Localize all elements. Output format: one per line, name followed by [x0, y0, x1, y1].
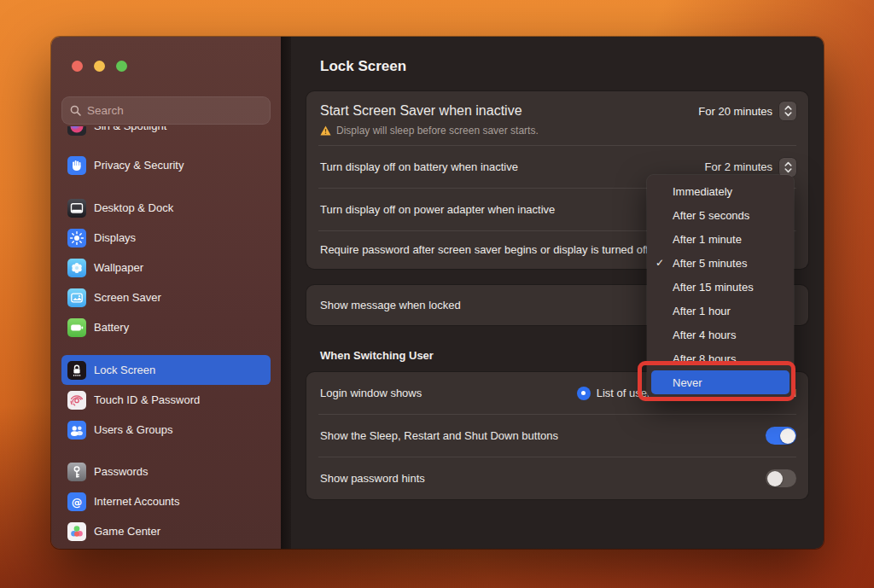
screen-saver-popup[interactable]: For 20 minutes [698, 102, 796, 120]
password-hints-label: Show password hints [320, 472, 425, 485]
screen-saver-icon [67, 288, 86, 307]
sidebar-item-label: Passwords [94, 465, 149, 478]
users-groups-icon [67, 421, 86, 440]
sidebar-item-internet-accounts[interactable]: @ Internet Accounts [61, 486, 271, 516]
menu-item-after-8-hours[interactable]: After 8 hours [647, 346, 794, 370]
passwords-icon [67, 463, 86, 481]
privacy-security-icon [67, 156, 86, 175]
search-icon [70, 105, 81, 116]
sidebar-item-users-groups[interactable]: Users & Groups [61, 415, 271, 445]
menu-item-after-1-minute[interactable]: After 1 minute [647, 227, 794, 251]
sidebar-item-label: Battery [94, 321, 129, 334]
screen-saver-value: For 20 minutes [698, 105, 772, 118]
menu-item-immediately[interactable]: Immediately [647, 179, 794, 203]
svg-text:@: @ [72, 495, 83, 508]
display-off-battery-popup[interactable]: For 2 minutes [705, 158, 796, 177]
password-hints-toggle[interactable] [766, 469, 796, 487]
sidebar-item-siri-clipped: Siri & Spotlight [61, 126, 271, 141]
menu-item-after-15-minutes[interactable]: After 15 minutes [647, 275, 794, 299]
desktop-dock-icon [67, 199, 86, 218]
close-button[interactable] [72, 61, 83, 72]
internet-accounts-icon: @ [67, 492, 86, 511]
sidebar-item-label: Screen Saver [94, 291, 161, 304]
search-input[interactable] [87, 104, 262, 117]
sidebar-item-passwords[interactable]: Passwords [61, 457, 271, 486]
login-window-label: Login window shows [320, 387, 422, 399]
displays-icon [67, 229, 86, 247]
sidebar-content-divider [281, 37, 291, 549]
sleep-buttons-toggle[interactable] [766, 427, 796, 445]
sidebar-item-wallpaper[interactable]: Wallpaper [61, 253, 271, 282]
sidebar-item-label: Game Center [94, 525, 160, 538]
traffic-lights [72, 61, 281, 72]
siri-spotlight-icon [67, 126, 86, 136]
radio-list-of-users[interactable]: List of users [577, 387, 656, 400]
radio-selected-icon[interactable] [577, 387, 591, 400]
sidebar-item-label: Siri & Spotlight [94, 126, 166, 132]
sidebar-item-label: Privacy & Security [94, 159, 184, 172]
sleep-buttons-row: Show the Sleep, Restart and Shut Down bu… [306, 415, 808, 457]
sidebar-item-label: Users & Groups [94, 423, 172, 436]
minimize-button[interactable] [94, 61, 105, 72]
menu-item-after-4-hours[interactable]: After 4 hours [647, 323, 794, 346]
wallpaper-icon [67, 259, 86, 277]
stepper-icon[interactable] [779, 158, 796, 177]
screen-saver-row: Start Screen Saver when inactive For 20 … [306, 91, 808, 145]
sidebar-item-desktop-dock[interactable]: Desktop & Dock [61, 193, 271, 223]
sidebar-item-privacy-security[interactable]: Privacy & Security [61, 150, 271, 180]
sidebar-item-displays[interactable]: Displays [61, 223, 271, 253]
sidebar-item-label: Internet Accounts [94, 495, 179, 508]
menu-item-after-5-seconds[interactable]: After 5 seconds [647, 203, 794, 227]
password-hints-row: Show password hints [306, 457, 808, 499]
sidebar-item-touch-id[interactable]: Touch ID & Password [61, 385, 271, 415]
sidebar-item-label: Touch ID & Password [94, 393, 200, 406]
zoom-button[interactable] [116, 61, 127, 72]
sidebar-item-battery[interactable]: Battery [61, 312, 271, 342]
sidebar: Siri & Spotlight Privacy & Security Desk… [51, 37, 281, 549]
sidebar-item-siri-spotlight[interactable]: Siri & Spotlight [61, 126, 271, 141]
require-password-label: Require password after screen saver begi… [320, 231, 649, 269]
display-off-battery-label: Turn display off on battery when inactiv… [320, 160, 518, 173]
lock-screen-icon [67, 361, 86, 380]
display-off-power-label: Turn display off on power adapter when i… [320, 203, 555, 216]
sidebar-item-screen-saver[interactable]: Screen Saver [61, 282, 271, 312]
sidebar-item-lock-screen[interactable]: Lock Screen [61, 355, 271, 385]
warning-icon [320, 125, 331, 136]
screen-saver-label: Start Screen Saver when inactive [320, 103, 522, 119]
screen-saver-warning: Display will sleep before screen saver s… [336, 125, 539, 137]
menu-item-never[interactable]: Never [651, 370, 790, 394]
page-title: Lock Screen [320, 58, 808, 75]
system-settings-window: Siri & Spotlight Privacy & Security Desk… [51, 37, 824, 549]
search-field[interactable] [61, 96, 271, 125]
stepper-icon[interactable] [779, 102, 796, 120]
sidebar-item-game-center[interactable]: Game Center [61, 516, 271, 546]
battery-icon [67, 318, 86, 337]
inactivity-dropdown-menu: Immediately After 5 seconds After 1 minu… [647, 175, 794, 399]
menu-item-after-1-hour[interactable]: After 1 hour [647, 299, 794, 323]
sidebar-item-label: Desktop & Dock [94, 201, 173, 214]
display-off-battery-value: For 2 minutes [705, 160, 772, 173]
checkmark-icon: ✓ [656, 257, 664, 269]
game-center-icon [67, 522, 86, 541]
sidebar-item-label: Displays [94, 231, 136, 244]
sidebar-list: Siri & Spotlight Privacy & Security Desk… [51, 126, 281, 549]
menu-item-after-5-minutes[interactable]: ✓ After 5 minutes [647, 251, 794, 275]
show-message-label: Show message when locked [320, 299, 461, 311]
sidebar-item-label: Wallpaper [94, 261, 143, 274]
sleep-buttons-label: Show the Sleep, Restart and Shut Down bu… [320, 429, 558, 442]
sidebar-item-label: Lock Screen [94, 364, 155, 376]
touch-id-icon [67, 391, 86, 410]
